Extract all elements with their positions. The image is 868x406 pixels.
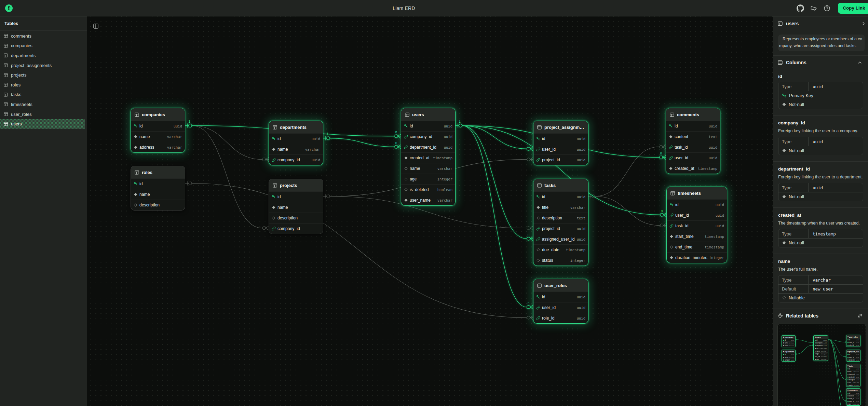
column-row-tasks-title[interactable]: titlevarchar <box>533 202 588 213</box>
liam-logo[interactable] <box>5 4 13 12</box>
column-name: created_at <box>675 166 696 171</box>
table-description[interactable]: Represents employees or members of a com… <box>778 35 865 51</box>
column-attributes-table: Type uuid Primary Key Not-null <box>778 82 863 109</box>
collapse-columns-button[interactable] <box>856 58 864 67</box>
sidebar-item-timesheets[interactable]: timesheets <box>0 99 85 109</box>
primary-key-icon <box>404 124 408 128</box>
column-row-projects-id[interactable]: id <box>269 191 323 202</box>
column-row-departments-name[interactable]: namevarchar <box>269 144 323 154</box>
column-row-timesheets-user_id[interactable]: user_iduuid <box>667 210 727 220</box>
node-header[interactable]: companies <box>131 108 185 121</box>
column-row-users-created_at[interactable]: created_attimestamp <box>401 152 455 163</box>
column-row-companies-name[interactable]: namevarchar <box>131 131 185 142</box>
node-header[interactable]: projects <box>269 179 323 191</box>
column-row-roles-description[interactable]: description <box>131 200 185 210</box>
erd-node-timesheets[interactable]: timesheetsiduuiduser_iduuidtask_iduuidst… <box>666 187 727 263</box>
column-row-comments-id[interactable]: iduuid <box>666 121 720 131</box>
column-row-roles-name[interactable]: name <box>131 189 185 200</box>
panel-left-icon <box>93 23 99 29</box>
column-row-departments-id[interactable]: iduuid <box>269 133 323 144</box>
column-row-user_roles-id[interactable]: iduuid <box>533 292 588 302</box>
column-row-companies-address[interactable]: addressvarchar <box>131 142 185 152</box>
column-type: varchar <box>167 135 182 139</box>
node-header[interactable]: users <box>401 108 455 121</box>
column-row-timesheets-task_id[interactable]: task_iduuid <box>667 220 727 231</box>
column-row-users-id[interactable]: iduuid <box>401 121 455 131</box>
node-header[interactable]: timesheets <box>667 187 727 199</box>
column-row-comments-user_id[interactable]: user_iduuid <box>666 152 720 163</box>
column-row-tasks-due_date[interactable]: due_datetimestamp <box>533 244 588 255</box>
erd-node-projects[interactable]: projectsidnamedescriptioncompany_id <box>269 179 323 234</box>
erd-node-departments[interactable]: departmentsiduuidnamevarcharcompany_iduu… <box>269 121 323 165</box>
column-row-project_assignments-user_id[interactable]: user_iduuid <box>533 144 588 154</box>
erd-node-users[interactable]: usersiduuidcompany_iduuiddepartment_iduu… <box>401 108 456 206</box>
erd-node-tasks[interactable]: tasksiduuidtitlevarchardescriptiontextpr… <box>533 179 588 266</box>
sidebar-item-project_assignments[interactable]: project_assignments <box>0 60 85 70</box>
column-row-user_roles-role_id[interactable]: role_iduuid <box>533 313 588 323</box>
column-row-users-company_id[interactable]: company_iduuid <box>401 131 455 142</box>
column-row-tasks-status[interactable]: statusinteger <box>533 255 588 266</box>
column-row-tasks-assigned_user_id[interactable]: assigned_user_iduuid <box>533 234 588 244</box>
node-header[interactable]: user_roles <box>533 279 588 292</box>
sidebar-item-tasks[interactable]: tasks <box>0 90 85 100</box>
github-button[interactable] <box>795 3 805 13</box>
column-row-timesheets-id[interactable]: iduuid <box>667 199 727 210</box>
column-row-comments-task_id[interactable]: task_iduuid <box>666 142 720 152</box>
erd-node-user_roles[interactable]: user_rolesiduuiduser_iduuidrole_iduuid <box>533 279 588 324</box>
erd-node-roles[interactable]: rolesidnamedescription <box>131 166 185 211</box>
help-button[interactable] <box>822 3 832 13</box>
column-row-tasks-project_id[interactable]: project_iduuid <box>533 223 588 234</box>
attribute-row: Type uuid <box>778 183 863 192</box>
sidebar-item-projects[interactable]: projects <box>0 70 85 80</box>
column-row-companies-id[interactable]: iduuid <box>131 121 185 131</box>
node-header[interactable]: tasks <box>533 179 588 191</box>
column-row-users-is_deleted[interactable]: is_deletedboolean <box>401 184 455 195</box>
open-related-tables-button[interactable] <box>856 312 864 320</box>
erd-canvas[interactable]: nnnnnnn111 companiesiduuidnamevarcharadd… <box>87 16 773 406</box>
attribute-label: Type <box>778 183 809 192</box>
column-row-project_assignments-id[interactable]: iduuid <box>533 133 588 144</box>
column-row-users-name[interactable]: namevarchar <box>401 163 455 174</box>
column-row-roles-id[interactable]: id <box>131 178 185 189</box>
column-row-departments-company_id[interactable]: company_iduuid <box>269 154 323 165</box>
column-name: content <box>675 134 707 139</box>
column-row-users-age[interactable]: ageinteger <box>401 174 455 184</box>
column-row-projects-company_id[interactable]: company_id <box>269 223 323 234</box>
erd-node-comments[interactable]: commentsiduuidcontenttexttask_iduuiduser… <box>666 108 720 174</box>
column-row-user_roles-user_id[interactable]: user_iduuid <box>533 302 588 313</box>
close-panel-button[interactable] <box>860 20 867 27</box>
node-header[interactable]: departments <box>269 121 323 133</box>
column-name: address <box>139 145 165 150</box>
sidebar-item-users[interactable]: users <box>0 119 85 129</box>
node-header[interactable]: roles <box>131 166 185 178</box>
go-to-related-icon <box>857 313 863 319</box>
column-row-timesheets-end_time[interactable]: end_timetimestamp <box>667 242 727 252</box>
table-icon <box>272 183 277 188</box>
column-type: uuid <box>716 213 724 217</box>
column-row-projects-description[interactable]: description <box>269 213 323 223</box>
announcements-button[interactable] <box>809 3 819 13</box>
erd-node-companies[interactable]: companiesiduuidnamevarcharaddressvarchar <box>131 108 185 153</box>
copy-link-button[interactable]: Copy Link <box>838 3 868 14</box>
column-row-tasks-description[interactable]: descriptiontext <box>533 213 588 223</box>
column-row-tasks-id[interactable]: iduuid <box>533 191 588 202</box>
sidebar-item-comments[interactable]: comments <box>0 31 85 41</box>
sidebar-item-companies[interactable]: companies <box>0 41 85 51</box>
column-row-timesheets-duration_minutes[interactable]: duration_minutesinteger <box>667 252 727 263</box>
sidebar-item-departments[interactable]: departments <box>0 51 85 60</box>
column-row-project_assignments-project_id[interactable]: project_iduuid <box>533 154 588 165</box>
app-header: Liam ERD Copy Link <box>0 0 868 16</box>
sidebar-toggle-button[interactable] <box>92 23 99 29</box>
column-row-users-user_name[interactable]: user_namevarchar <box>401 195 455 205</box>
sidebar-item-user_roles[interactable]: user_roles <box>0 109 85 119</box>
column-row-users-department_id[interactable]: department_iduuid <box>401 142 455 152</box>
erd-node-project_assignments[interactable]: project_assignmentsiduuiduser_iduuidproj… <box>533 121 588 165</box>
node-header[interactable]: project_assignments <box>533 121 588 133</box>
related-tables-minimap[interactable]: companiesiduuidnamevarcharaddressvarchar… <box>777 324 866 406</box>
node-header[interactable]: comments <box>666 108 720 121</box>
column-row-projects-name[interactable]: name <box>269 202 323 213</box>
sidebar-item-roles[interactable]: roles <box>0 80 85 90</box>
column-row-comments-created_at[interactable]: created_attimestamp <box>666 163 720 174</box>
column-row-timesheets-start_time[interactable]: start_timetimestamp <box>667 231 727 242</box>
column-row-comments-content[interactable]: contenttext <box>666 131 720 142</box>
